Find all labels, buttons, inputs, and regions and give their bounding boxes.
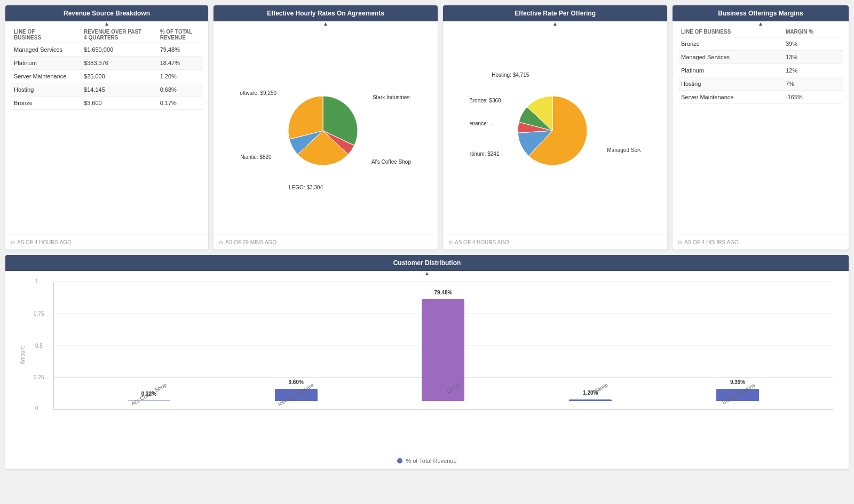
legend-dot <box>397 458 402 463</box>
margins-cell-margin: 39% <box>782 37 843 51</box>
hourly-pie-svg: Stark Industries: $7,070Al's Coffee Shop… <box>240 48 411 208</box>
pie-label: Niantic: $820 <box>240 154 272 160</box>
revenue-cell-line: Platinum <box>11 57 81 70</box>
margins-col-margin: MARGIN % <box>782 27 843 37</box>
pie-label: Iceberg Software: $9,250 <box>240 90 277 96</box>
pie-label: Hosting: $4,715 <box>492 72 529 78</box>
revenue-cell-pct: 0.17% <box>157 97 203 110</box>
hourly-pie-container: Stark Industries: $7,070Al's Coffee Shop… <box>219 27 432 229</box>
margins-row: Platinum12% <box>678 64 843 77</box>
card-margins-header: Business Offerings Margins <box>673 5 849 21</box>
pie-label: Al's Coffee Shop: $711 <box>371 159 411 165</box>
pie-label: LEGO: $3,304 <box>289 185 323 190</box>
distribution-chart-area: Amount 1 0.75 0.5 0.25 0 0.32%Al's Coffe… <box>5 271 849 452</box>
y-label-075: 0.75 <box>34 311 44 317</box>
rate-footer-text: AS OF 4 HOURS AGO <box>455 239 509 245</box>
y-label-05: 0.5 <box>35 343 43 349</box>
revenue-table: LINE OFBUSINESS REVENUE OVER PAST4 QUART… <box>11 27 203 110</box>
col-revenue: REVENUE OVER PAST4 QUARTERS <box>81 27 157 43</box>
chart-plot: 1 0.75 0.5 0.25 0 0.32%Al's Coffee Shop9… <box>53 282 833 410</box>
card-hourly-header: Effective Hourly Rates On Agreements <box>213 5 438 21</box>
hourly-footer-text: AS OF 29 MINS AGO <box>225 239 276 245</box>
y-label-025: 0.25 <box>34 374 44 380</box>
card-hourly-title: Effective Hourly Rates On Agreements <box>267 10 384 17</box>
pie-label: Managed Services: $369 <box>607 147 640 153</box>
margins-footer-text: AS OF 4 HOURS AGO <box>684 239 739 245</box>
revenue-cell-amount: $25,000 <box>81 70 157 83</box>
card-rate-header: Effective Rate Per Offering <box>443 5 667 21</box>
card-hourly-body: Stark Industries: $7,070Al's Coffee Shop… <box>213 21 438 235</box>
rate-pie-svg: Managed Services: $369Platinum: $241Serv… <box>470 48 640 208</box>
revenue-row: Server Maintenance$25,0001.20% <box>11 70 203 83</box>
margins-cell-line: Hosting <box>678 77 782 91</box>
margins-cell-margin: 7% <box>782 77 843 91</box>
revenue-cell-pct: 18.47% <box>157 57 203 70</box>
revenue-cell-amount: $3,600 <box>81 97 157 110</box>
revenue-cell-amount: $383,376 <box>81 57 157 70</box>
revenue-cell-pct: 79.48% <box>157 43 203 57</box>
card-margins-body: LINE OF BUSINESS MARGIN % Bronze39%Manag… <box>673 21 849 235</box>
revenue-row: Platinum$383,37618.47% <box>11 57 203 70</box>
pie-label: Platinum: $241 <box>470 151 500 157</box>
col-line-of-business: LINE OFBUSINESS <box>11 27 81 43</box>
y-label-1: 1 <box>35 278 38 284</box>
revenue-cell-line: Hosting <box>11 83 81 97</box>
revenue-row: Hosting$14,1450.68% <box>11 83 203 97</box>
card-margins: Business Offerings Margins LINE OF BUSIN… <box>673 5 849 250</box>
y-label-0: 0 <box>35 405 38 411</box>
chart-inner: 1 0.75 0.5 0.25 0 0.32%Al's Coffee Shop9… <box>32 282 833 431</box>
revenue-row: Managed Services$1,650,00079.48% <box>11 43 203 57</box>
bar-group: 9.39%Stark Industries <box>716 389 759 409</box>
dashboard: Revenue Source Breakdown LINE OFBUSINESS… <box>0 0 854 475</box>
revenue-cell-line: Managed Services <box>11 43 81 57</box>
top-row: Revenue Source Breakdown LINE OFBUSINESS… <box>5 5 849 250</box>
pie-label: Server Maintenance: ... <box>470 121 494 126</box>
card-rate-footer: ⊙ AS OF 4 HOURS AGO <box>443 235 667 250</box>
clock-icon: ⊙ <box>11 239 15 245</box>
card-rate-body: Managed Services: $369Platinum: $241Serv… <box>443 21 667 235</box>
revenue-cell-pct: 0.68% <box>157 83 203 97</box>
margins-row: Hosting7% <box>678 77 843 91</box>
margins-cell-line: Managed Services <box>678 51 782 64</box>
rate-pie-container: Managed Services: $369Platinum: $241Serv… <box>448 27 662 229</box>
y-axis-title: Amount <box>20 346 26 364</box>
bar-group: 0.32%Al's Coffee Shop <box>128 401 170 409</box>
pie-label: Stark Industries: $7,070 <box>373 94 411 100</box>
margins-row: Bronze39% <box>678 37 843 51</box>
card-effective-hourly: Effective Hourly Rates On Agreements Sta… <box>213 5 438 250</box>
clock-icon-3: ⊙ <box>448 239 453 245</box>
margins-row: Server Maintenance-165% <box>678 91 843 104</box>
clock-icon-4: ⊙ <box>678 239 682 245</box>
card-customer-distribution: Customer Distribution Amount 1 0.75 0.5 … <box>5 255 849 469</box>
revenue-cell-line: Server Maintenance <box>11 70 81 83</box>
bar-value-label: 79.48% <box>422 290 464 295</box>
clock-icon-2: ⊙ <box>219 239 223 245</box>
card-distribution-title: Customer Distribution <box>393 259 461 267</box>
pie-label: Bronze: $360 <box>470 98 501 103</box>
card-revenue-footer: ⊙ AS OF 4 HOURS AGO <box>5 235 208 250</box>
revenue-cell-pct: 1.20% <box>157 70 203 83</box>
margins-cell-margin: -165% <box>782 91 843 104</box>
margins-row: Managed Services13% <box>678 51 843 64</box>
card-revenue-body: LINE OFBUSINESS REVENUE OVER PAST4 QUART… <box>5 21 208 235</box>
grid-line-1 <box>54 282 833 282</box>
margins-cell-line: Server Maintenance <box>678 91 782 104</box>
card-revenue-header: Revenue Source Breakdown <box>5 5 208 21</box>
col-pct: % OF TOTALREVENUE <box>157 27 203 43</box>
margins-cell-line: Platinum <box>678 64 782 77</box>
bar-group: 9.60%Iceberg Software <box>275 389 318 409</box>
card-revenue-title: Revenue Source Breakdown <box>64 10 150 17</box>
bar-group: 1.20%Niantic <box>569 399 612 409</box>
card-effective-rate: Effective Rate Per Offering Managed Serv… <box>443 5 667 250</box>
margins-cell-margin: 12% <box>782 64 843 77</box>
margins-cell-margin: 13% <box>782 51 843 64</box>
revenue-footer-text: AS OF 4 HOURS AGO <box>17 239 72 245</box>
card-distribution-header: Customer Distribution <box>5 255 849 271</box>
revenue-cell-amount: $14,145 <box>81 83 157 97</box>
card-margins-title: Business Offerings Margins <box>718 10 803 17</box>
card-rate-title: Effective Rate Per Offering <box>515 10 596 17</box>
chart-legend: % of Total Revenue <box>5 452 849 469</box>
revenue-cell-amount: $1,650,000 <box>81 43 157 57</box>
revenue-cell-line: Bronze <box>11 97 81 110</box>
card-revenue-breakdown: Revenue Source Breakdown LINE OFBUSINESS… <box>5 5 208 250</box>
